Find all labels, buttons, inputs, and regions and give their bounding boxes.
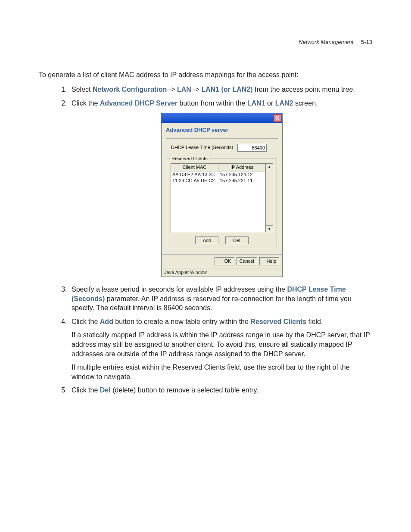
cell-mac: AA:D3:E2:AA:13:2C [171, 171, 218, 178]
dialog-statusbar: Java Applet Window [162, 268, 282, 277]
step-2: Click the Advanced DHCP Server button fr… [69, 99, 372, 277]
intro-text: To generate a list of client MAC address… [39, 71, 372, 79]
step1-bold-lan1-or-lan2: LAN1 (or LAN2) [201, 86, 252, 93]
table-body: AA:D3:E2:AA:13:2C 157.235.124.12 11:23:C… [171, 171, 265, 232]
reserved-clients-table[interactable]: Client MAC IP Address AA:D3:E2:AA:13:2C … [171, 163, 266, 232]
help-button[interactable]: Help [259, 257, 279, 265]
step4-prefix: Click the [72, 318, 100, 325]
step4-bold-add: Add [100, 318, 113, 325]
dialog-content: Advanced DHCP server DHCP Lease Time (Se… [162, 123, 282, 254]
step5-bold-del: Del [100, 386, 111, 394]
step-5: Click the Del (delete) button to remove … [69, 386, 372, 395]
lease-time-input[interactable] [237, 144, 267, 152]
dialog-title: Advanced DHCP server [166, 126, 278, 134]
step3-prefix: Specify a lease period in seconds for av… [72, 286, 287, 293]
add-button[interactable]: Add [195, 236, 218, 245]
step4-suffix: field. [306, 318, 323, 325]
step2-bold-lan1: LAN1 [247, 100, 265, 107]
lease-time-label: DHCP Lease Time (Seconds) [171, 144, 233, 151]
step4-mid: button to create a new table entry withi… [113, 318, 250, 325]
step-4: Click the Add button to create a new tab… [69, 317, 372, 382]
step1-text: Select [72, 86, 93, 93]
step2-bold-advanced-dhcp-server: Advanced DHCP Server [100, 100, 177, 107]
step4-paragraph-3: If multiple entries exist within the Res… [72, 363, 372, 381]
reserved-clients-legend: Reserved Clients [170, 156, 209, 162]
step-1: Select Network Configuration -> LAN -> L… [69, 85, 372, 94]
cell-ip: 157.235.221.11 [218, 177, 265, 184]
cancel-button[interactable]: Cancel [237, 257, 257, 265]
step5-prefix: Click the [72, 386, 100, 394]
step-3: Specify a lease period in seconds for av… [69, 285, 372, 313]
advanced-dhcp-server-dialog: X Advanced DHCP server DHCP Lease Time (… [161, 113, 283, 277]
lease-time-row: DHCP Lease Time (Seconds) [171, 144, 276, 152]
cell-mac: 11:23:CC:A5:DE:C2 [171, 177, 218, 184]
table-header: Client MAC IP Address [171, 164, 265, 171]
step4-paragraph-2: If a statically mapped IP address is wit… [72, 330, 372, 358]
instruction-list: Select Network Configuration -> LAN -> L… [39, 85, 372, 395]
reserved-clients-fieldset: Reserved Clients Client MAC IP Address A… [167, 159, 277, 249]
page-header: Network Management 5-13 [39, 39, 372, 45]
scroll-down-icon[interactable]: ▾ [266, 225, 273, 232]
step1-suffix: from the access point menu tree. [252, 86, 355, 93]
step5-suffix: (delete) button to remove a selected tab… [111, 386, 258, 394]
dialog-titlebar: X [162, 113, 282, 123]
col-ip-address: IP Address [218, 164, 265, 171]
step1-sep2: -> [191, 86, 202, 93]
ok-button[interactable]: OK [215, 257, 234, 265]
col-client-mac: Client MAC [171, 164, 218, 171]
step1-sep1: -> [167, 86, 177, 93]
del-button[interactable]: Del [225, 236, 249, 245]
reserved-clients-table-wrap: Client MAC IP Address AA:D3:E2:AA:13:2C … [171, 163, 273, 232]
step2-prefix: Click the [72, 100, 100, 107]
step2-suffix: screen. [293, 100, 318, 107]
dialog-footer: OK Cancel Help [162, 254, 282, 268]
vertical-scrollbar[interactable]: ▴ ▾ [266, 163, 273, 232]
table-row[interactable]: AA:D3:E2:AA:13:2C 157.235.124.12 [171, 171, 265, 178]
table-button-row: Add Del [171, 236, 273, 245]
dialog-divider [166, 138, 278, 139]
cell-ip: 157.235.124.12 [218, 171, 265, 178]
step2-mid: button from within the [177, 100, 247, 107]
step1-bold-lan: LAN [177, 86, 191, 93]
step1-bold-network-configuration: Network Configuration [93, 86, 167, 93]
document-page: Network Management 5-13 To generate a li… [0, 0, 411, 425]
step3-suffix: parameter. An IP address is reserved for… [72, 295, 352, 312]
step4-bold-reserved-clients: Reserved Clients [250, 318, 306, 325]
scroll-up-icon[interactable]: ▴ [266, 164, 273, 170]
close-icon[interactable]: X [274, 114, 281, 122]
step2-bold-lan2: LAN2 [275, 100, 293, 107]
header-page-number: 5-13 [361, 39, 372, 45]
header-section: Network Management [299, 39, 353, 45]
table-row[interactable]: 11:23:CC:A5:DE:C2 157.235.221.11 [171, 177, 265, 184]
step2-or: or [265, 100, 275, 107]
